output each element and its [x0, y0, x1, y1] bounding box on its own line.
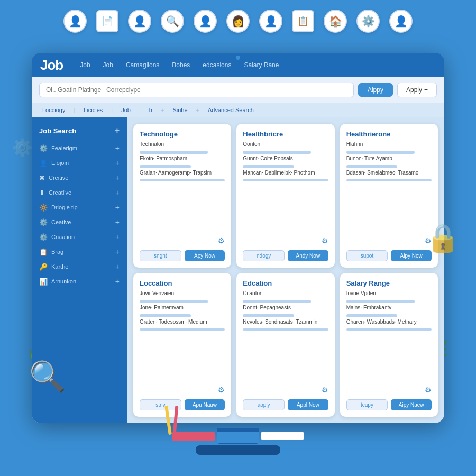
- filter-tab-2[interactable]: Job: [118, 106, 134, 114]
- search-bar: Alppy Apply +: [32, 77, 444, 103]
- sidebar-item-4[interactable]: 🔆 Driogie tip +: [32, 200, 127, 215]
- filter-tab-1[interactable]: Licicies: [80, 106, 106, 114]
- sidebar-plus-3[interactable]: +: [115, 188, 120, 197]
- save-btn-1[interactable]: ndogy: [243, 250, 285, 261]
- avatar-doc-2: 📋: [292, 10, 314, 32]
- search-apply-btn[interactable]: Alppy: [358, 83, 393, 97]
- filter-tab-4[interactable]: Sinhe: [169, 106, 190, 114]
- job-card-actions-1: ndogy Andy Now: [243, 250, 328, 261]
- spacer-1: [243, 183, 328, 234]
- spacer-2: [346, 183, 432, 234]
- sidebar-plus-7[interactable]: +: [115, 248, 120, 256]
- search-input[interactable]: [39, 83, 354, 97]
- job-card-detail-0b: Gralan· Aamogeramp· Trapsim: [140, 170, 225, 176]
- sidebar-icon-7: 📋: [39, 248, 48, 256]
- sidebar-label-6: Cnaation: [51, 234, 75, 240]
- sidebar-item-3[interactable]: ⬇ Creati've +: [32, 185, 127, 200]
- filter-sep-4: +: [161, 107, 164, 113]
- job-card-subtitle-5: Iovne Vpden: [346, 290, 432, 296]
- sidebar-plus-0[interactable]: +: [115, 144, 120, 152]
- job-card-line-2c: [346, 179, 432, 181]
- sidebar-add-btn[interactable]: +: [115, 126, 120, 135]
- job-card-0: Technologe Teehnalon Ekotn· Patmospham G…: [133, 124, 231, 268]
- sidebar-item-0[interactable]: ⚙️ Fealerigm +: [32, 141, 127, 155]
- gear-icon-3: ⚙: [140, 386, 225, 394]
- sidebar-plus-8[interactable]: +: [115, 262, 120, 271]
- monitor-base: [196, 445, 280, 455]
- sidebar-label-3: Creati've: [49, 189, 71, 196]
- job-card-detail-0a: Ekotn· Patmospham: [140, 155, 225, 161]
- nav-item-bobes[interactable]: Bobes: [166, 53, 196, 77]
- sidebar-icon-9: 📊: [39, 278, 48, 286]
- sidebar-label-5: Ceative: [51, 219, 71, 225]
- apply-btn-4[interactable]: Appl Now: [288, 399, 328, 410]
- sidebar-item-9[interactable]: 📊 Arnunkon +: [32, 274, 127, 289]
- avatar-doc-1: 📄: [96, 10, 118, 32]
- filter-sep-1: |: [74, 107, 75, 113]
- filter-tab-3[interactable]: h: [146, 106, 155, 114]
- job-card-title-0: Technologe: [140, 130, 225, 138]
- sidebar-icon-8: 🔑: [39, 263, 48, 271]
- nav-item-salary[interactable]: Salary Rane: [237, 53, 285, 77]
- apply-btn-1[interactable]: Andy Now: [288, 250, 328, 261]
- job-card-actions-2: supot Aipy Now: [346, 250, 432, 261]
- job-card-line-4c: [243, 328, 328, 331]
- gear-icon-2: ⚙: [346, 236, 432, 245]
- sidebar-item-1[interactable]: 👤 Elojoin +: [32, 155, 127, 170]
- apply-btn-3[interactable]: Apu Nauw: [185, 399, 225, 410]
- save-btn-5[interactable]: tcapy: [346, 399, 388, 410]
- apply-button[interactable]: Apply +: [397, 83, 437, 97]
- job-card-detail-3a: Jone· Palmemvam: [140, 305, 225, 310]
- avatar-3: 🔍: [161, 10, 184, 33]
- apply-btn-5[interactable]: Aipy Naew: [391, 399, 432, 410]
- sidebar-item-8[interactable]: 🔑 Karthe +: [32, 259, 127, 274]
- filter-tab-0[interactable]: Locciogy: [39, 106, 68, 114]
- nav-item-edcasions[interactable]: edcasions: [196, 53, 237, 77]
- monitor-camera: [236, 56, 240, 60]
- job-card-actions-5: tcapy Aipy Naew: [346, 399, 432, 410]
- save-btn-0[interactable]: sngnt: [140, 250, 181, 261]
- sidebar-item-5[interactable]: ⚙️ Ceative +: [32, 215, 127, 230]
- avatar-8: ⚙️: [356, 10, 380, 33]
- apply-label: Apply: [406, 86, 422, 94]
- sidebar-plus-9[interactable]: +: [115, 277, 120, 286]
- save-btn-4[interactable]: aoply: [243, 399, 285, 410]
- apply-btn-0[interactable]: Apy Now: [185, 250, 225, 261]
- save-btn-2[interactable]: supot: [346, 250, 388, 261]
- job-card-subtitle-3: Jovir Venvaien: [140, 290, 225, 296]
- filter-tab-5[interactable]: Advanced Search: [205, 106, 257, 114]
- sidebar-title-label: Job Search: [39, 127, 76, 135]
- sidebar-plus-6[interactable]: +: [115, 233, 120, 241]
- job-card-5: Salary Range Iovne Vpden Mains· Embrakan…: [340, 273, 438, 417]
- sidebar-item-2[interactable]: ✖ Creitive +: [32, 170, 127, 185]
- job-card-title-4: Edcation: [243, 279, 328, 287]
- sidebar-item-6[interactable]: ⚙️ Cnaation +: [32, 230, 127, 244]
- nav-item-camagiions[interactable]: Camagiions: [120, 53, 166, 77]
- job-card-line-5c: [346, 328, 432, 331]
- job-card-line-3a: [140, 300, 208, 303]
- book-1: [172, 432, 215, 441]
- job-card-2: Healthrierone Hlahnn Bunon· Tute Ayamb B…: [340, 124, 438, 268]
- nav-item-job1[interactable]: Job: [74, 53, 96, 77]
- avatar-9: 👤: [389, 10, 413, 33]
- job-card-detail-1b: Mancan· Deblimelbk· Phothom: [243, 170, 328, 176]
- avatar-5: 👩: [226, 10, 250, 33]
- sidebar-plus-1[interactable]: +: [115, 159, 120, 167]
- job-card-subtitle-4: Ccanton: [243, 290, 328, 296]
- books-bottom: [172, 432, 304, 443]
- nav-item-job2[interactable]: Job: [97, 53, 120, 77]
- job-card-title-3: Loccation: [140, 279, 225, 287]
- book-3: [261, 432, 304, 440]
- gear-icon-1: ⚙: [243, 236, 328, 245]
- sidebar-item-7[interactable]: 📋 Brag +: [32, 244, 127, 259]
- job-card-subtitle-1: Oonton: [243, 141, 328, 147]
- avatar-2: 👤: [128, 10, 151, 33]
- sidebar-title: Job Search +: [32, 123, 127, 141]
- sidebar-label-1: Elojoin: [51, 160, 69, 166]
- sidebar-plus-2[interactable]: +: [115, 173, 120, 182]
- main-content: Job Search + ⚙️ Fealerigm + 👤 Elojoin +: [32, 117, 444, 423]
- sidebar-plus-4[interactable]: +: [115, 203, 120, 212]
- sidebar-plus-5[interactable]: +: [115, 218, 120, 226]
- top-avatars-row: 👤 📄 👤 🔍 👤 👩 👤 📋 🏠 ⚙️ 👤: [0, 0, 476, 38]
- job-card-line-1b: [243, 165, 294, 168]
